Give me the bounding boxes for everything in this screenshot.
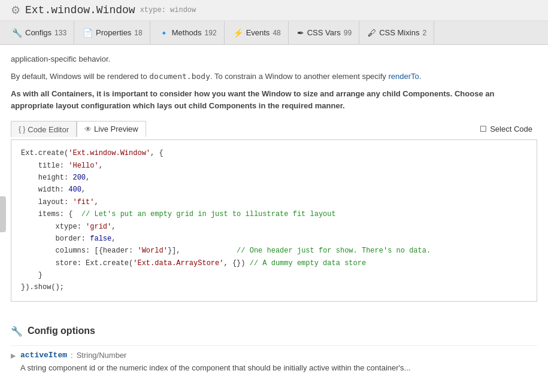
live-preview-label: Live Preview xyxy=(94,124,138,133)
toolbar-left: { } Code Editor 👁 Live Preview xyxy=(11,121,146,137)
code-editor-tab[interactable]: { } Code Editor xyxy=(11,121,77,137)
page-title: Ext.window.Window xyxy=(25,4,135,16)
css-mixins-icon: 🖋 xyxy=(368,28,376,38)
config-item-header-row: activeItem : String/Number xyxy=(20,351,537,360)
desc-line3: As with all Containers, it is important … xyxy=(11,88,537,113)
css-vars-count: 99 xyxy=(344,29,352,37)
css-vars-label: CSS Vars xyxy=(307,28,341,37)
tab-configs[interactable]: 🔧 Configs 133 xyxy=(5,21,74,44)
config-section-header: 🔧 Config options xyxy=(11,326,537,337)
sidebar-handle[interactable] xyxy=(0,196,6,232)
code-block: Ext.create('Ext.window.Window', { title:… xyxy=(11,139,537,302)
live-preview-icon: 👁 xyxy=(84,125,92,133)
config-item-activeitem: ▶ activeItem : String/Number A string co… xyxy=(11,345,537,379)
configs-count: 133 xyxy=(55,29,66,37)
methods-label: Methods xyxy=(172,28,202,37)
xtype-badge: xtype: window xyxy=(140,6,196,14)
select-code-button[interactable]: ☐ Select Code xyxy=(475,122,537,136)
config-section-icon: 🔧 xyxy=(11,326,23,337)
events-label: Events xyxy=(246,28,270,37)
config-item-content: activeItem : String/Number A string comp… xyxy=(20,351,537,374)
properties-count: 18 xyxy=(134,29,142,37)
main-content: application-specific behavior. By defaul… xyxy=(0,45,548,387)
render-to-link[interactable]: renderTo xyxy=(388,72,419,81)
code-editor-icon: { } xyxy=(19,125,25,133)
properties-icon: 📄 xyxy=(83,28,93,38)
code-toolbar: { } Code Editor 👁 Live Preview ☐ Select … xyxy=(11,121,537,137)
config-item-name[interactable]: activeItem xyxy=(20,351,67,360)
methods-count: 192 xyxy=(205,29,217,37)
configs-label: Configs xyxy=(25,28,52,37)
events-count: 48 xyxy=(273,29,280,37)
desc-line1: application-specific behavior. xyxy=(11,53,537,66)
config-item-desc: A string component id or the numeric ind… xyxy=(20,362,537,374)
tab-css-mixins[interactable]: 🖋 CSS Mixins 2 xyxy=(361,21,434,44)
events-icon: ⚡ xyxy=(233,28,243,38)
live-preview-tab[interactable]: 👁 Live Preview xyxy=(77,121,146,137)
config-item-separator: : xyxy=(71,351,73,360)
config-section-title: Config options xyxy=(28,326,95,336)
properties-label: Properties xyxy=(96,28,131,37)
code-editor-label: Code Editor xyxy=(28,125,69,134)
css-vars-icon: ✒ xyxy=(297,28,304,38)
tab-events[interactable]: ⚡ Events 48 xyxy=(226,21,289,44)
tab-css-vars[interactable]: ✒ CSS Vars 99 xyxy=(290,21,359,44)
select-code-label: Select Code xyxy=(490,124,532,133)
nav-tabs: 🔧 Configs 133 📄 Properties 18 🔹 Methods … xyxy=(0,21,548,45)
configs-icon: 🔧 xyxy=(12,28,22,38)
tab-methods[interactable]: 🔹 Methods 192 xyxy=(152,21,225,44)
methods-icon: 🔹 xyxy=(159,28,169,38)
css-mixins-label: CSS Mixins xyxy=(379,28,419,37)
desc-line2: By default, Windows will be rendered to … xyxy=(11,71,537,83)
config-item-arrow[interactable]: ▶ xyxy=(11,352,16,360)
gear-icon: ⚙ xyxy=(11,4,20,17)
tab-properties[interactable]: 📄 Properties 18 xyxy=(75,21,150,44)
config-section: 🔧 Config options ▶ activeItem : String/N… xyxy=(11,326,537,379)
code-section: { } Code Editor 👁 Live Preview ☐ Select … xyxy=(11,121,537,302)
config-item-type: String/Number xyxy=(77,351,127,360)
css-mixins-count: 2 xyxy=(422,29,426,37)
select-code-checkbox-icon: ☐ xyxy=(480,124,487,133)
page-header: ⚙ Ext.window.Window xtype: window xyxy=(0,0,548,21)
